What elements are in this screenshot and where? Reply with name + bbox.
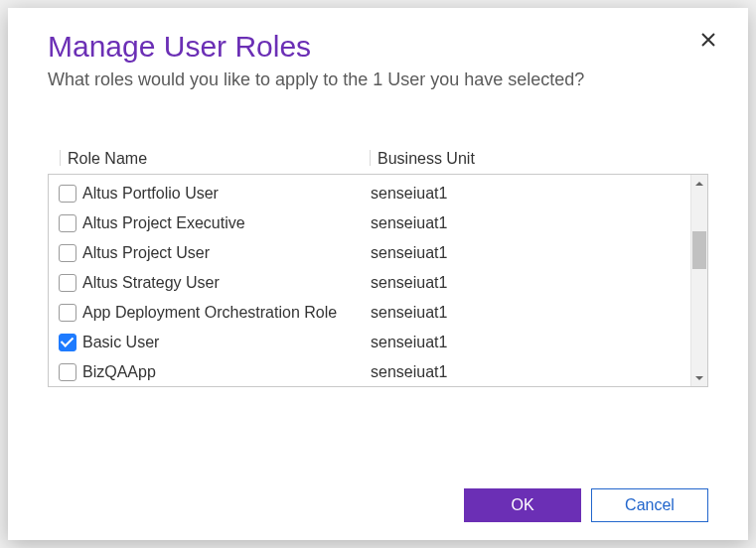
role-checkbox[interactable] (59, 363, 76, 381)
role-checkbox[interactable] (59, 244, 76, 262)
role-name: Altus Project User (82, 244, 371, 262)
column-header-business-unit[interactable]: Business Unit (378, 150, 708, 168)
close-icon[interactable] (698, 30, 718, 50)
table-row[interactable]: App Deployment Orchestration Rolesenseiu… (49, 298, 707, 328)
manage-roles-dialog: Manage User Roles What roles would you l… (8, 8, 748, 540)
role-name: BizQAApp (82, 363, 371, 381)
business-unit: senseiuat1 (371, 363, 447, 381)
business-unit: senseiuat1 (371, 274, 447, 292)
business-unit: senseiuat1 (371, 334, 447, 351)
grid-header: Role Name Business Unit (48, 150, 708, 174)
grid-body: Altus Portfolio Usersenseiuat1Altus Proj… (48, 174, 708, 387)
business-unit: senseiuat1 (371, 244, 447, 262)
scroll-thumb[interactable] (692, 231, 706, 269)
scroll-down-arrow-icon[interactable] (691, 369, 707, 386)
cancel-button[interactable]: Cancel (591, 488, 708, 522)
role-checkbox[interactable] (59, 334, 76, 351)
column-header-role[interactable]: Role Name (68, 150, 378, 168)
table-row[interactable]: Altus Portfolio Usersenseiuat1 (49, 179, 707, 208)
business-unit: senseiuat1 (371, 185, 447, 203)
role-checkbox[interactable] (59, 304, 76, 322)
dialog-footer: OK Cancel (464, 488, 708, 522)
role-checkbox[interactable] (59, 274, 76, 292)
table-row[interactable]: BizQAAppsenseiuat1 (49, 357, 707, 387)
dialog-title: Manage User Roles (48, 30, 708, 64)
scroll-track[interactable] (691, 192, 707, 369)
dialog-subtitle: What roles would you like to apply to th… (48, 69, 708, 90)
table-row[interactable]: Altus Project Executivesenseiuat1 (49, 208, 707, 238)
ok-button[interactable]: OK (464, 488, 581, 522)
scroll-up-arrow-icon[interactable] (691, 175, 707, 192)
role-name: Altus Strategy User (82, 274, 371, 292)
role-name: Altus Portfolio User (82, 185, 371, 203)
table-row[interactable]: Altus Project Usersenseiuat1 (49, 238, 707, 268)
role-name: App Deployment Orchestration Role (82, 304, 371, 322)
business-unit: senseiuat1 (371, 304, 447, 322)
scrollbar (690, 175, 707, 386)
role-name: Altus Project Executive (82, 214, 371, 232)
role-checkbox[interactable] (59, 214, 76, 232)
table-row[interactable]: Altus Strategy Usersenseiuat1 (49, 268, 707, 298)
roles-grid: Role Name Business Unit Altus Portfolio … (48, 150, 708, 387)
table-row[interactable]: Basic Usersenseiuat1 (49, 328, 707, 357)
role-name: Basic User (82, 334, 371, 351)
role-checkbox[interactable] (59, 185, 76, 203)
business-unit: senseiuat1 (371, 214, 447, 232)
